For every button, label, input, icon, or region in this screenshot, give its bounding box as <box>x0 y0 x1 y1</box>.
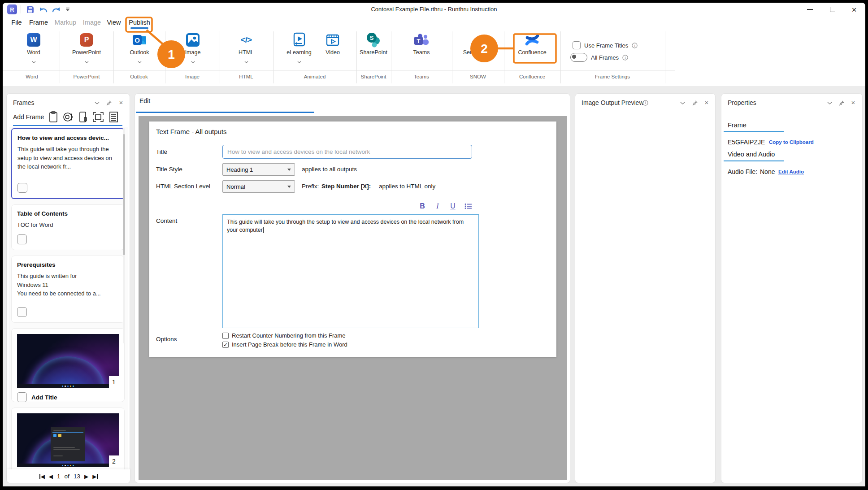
quick-access-more-icon[interactable] <box>62 4 74 15</box>
frame-card-3[interactable]: Prerequisites This guide is written for … <box>11 256 125 323</box>
content-textarea[interactable]: This guide will take you through the set… <box>222 214 479 328</box>
add-clipboard-frame-icon[interactable] <box>48 111 59 125</box>
menu-view[interactable]: View <box>107 19 121 26</box>
use-frame-titles-checkbox[interactable] <box>573 41 581 49</box>
frames-scrollbar-thumb[interactable] <box>123 134 125 255</box>
publish-html-button[interactable]: </> HTML <box>225 31 268 60</box>
frame-card-4[interactable]: 1 Add Title <box>11 328 125 402</box>
italic-button[interactable]: I <box>432 201 443 211</box>
ribbon-group-frame-settings: Frame Settings <box>595 74 630 79</box>
audio-file-label: Audio File: <box>728 168 757 175</box>
prefix-label: Prefix: <box>302 183 319 190</box>
current-page: 1 <box>57 473 61 480</box>
publish-servicenow-button[interactable]: n ServiceNow <box>456 31 499 60</box>
ribbon-group-teams: Teams <box>414 74 429 79</box>
frame-id-value: E5GFAIPZJE <box>728 139 765 146</box>
frame-select-checkbox[interactable] <box>17 183 27 193</box>
video-audio-section-header: Video and Audio <box>728 151 775 158</box>
add-recording-frame-icon[interactable] <box>62 111 74 125</box>
title-input[interactable] <box>222 145 472 159</box>
confluence-icon <box>525 32 540 48</box>
frame-card-1[interactable]: How to view and access devic... This gui… <box>11 128 125 199</box>
chevron-down-icon[interactable] <box>93 100 100 107</box>
frames-panel: Frames × Add Frame How to view and acces… <box>6 93 130 483</box>
word-icon: W <box>27 33 40 47</box>
page-break-checkbox[interactable]: ✓ <box>222 342 229 348</box>
tab-edit[interactable]: Edit <box>139 97 150 104</box>
frame-card-2[interactable]: Table of Contents TOC for Word <box>11 204 125 250</box>
add-capture-frame-icon[interactable] <box>92 111 104 125</box>
publish-confluence-button[interactable]: Confluence <box>511 31 554 60</box>
svg-text:i: i <box>645 101 646 105</box>
chevron-down-icon[interactable] <box>826 100 833 107</box>
publish-word-button[interactable]: W Word <box>12 31 55 60</box>
audio-file-value: None <box>760 168 775 175</box>
ribbon-group-html: HTML <box>239 74 253 79</box>
restore-button[interactable] <box>825 4 840 15</box>
title-style-select[interactable]: Heading 1 <box>222 163 295 176</box>
publish-outlook-button[interactable]: O Outlook <box>118 31 161 60</box>
app-logo-icon[interactable]: R <box>7 4 17 14</box>
title-field-label: Title <box>156 148 167 155</box>
frame-list: How to view and access devic... This gui… <box>9 127 128 469</box>
close-button[interactable]: × <box>846 4 862 15</box>
add-device-frame-icon[interactable] <box>78 111 88 125</box>
chevron-down-icon[interactable] <box>679 100 686 107</box>
menu-publish[interactable]: Publish <box>129 19 150 26</box>
menu-file[interactable]: File <box>11 19 22 26</box>
publish-powerpoint-button[interactable]: P PowerPoint <box>65 31 108 60</box>
page-of-label: of <box>65 473 69 480</box>
copy-to-clipboard-link[interactable]: Copy to Clipboard <box>769 139 814 145</box>
close-icon[interactable]: × <box>117 99 125 106</box>
pin-icon[interactable] <box>838 100 845 107</box>
section-divider <box>724 131 784 132</box>
menu-markup[interactable]: Markup <box>55 19 76 26</box>
menu-image[interactable]: Image <box>83 19 101 26</box>
ribbon-group-outlook: Outlook <box>130 74 148 79</box>
all-frames-toggle[interactable] <box>570 53 587 62</box>
frame-select-checkbox[interactable] <box>17 392 27 402</box>
option-restart-counter: Restart Counter Numbering from this Fram… <box>222 332 346 339</box>
frame-card-5[interactable]: 2 Add Title <box>11 408 125 469</box>
close-icon[interactable]: × <box>703 99 710 106</box>
next-page-icon[interactable]: ▶ <box>84 473 88 480</box>
html-section-level-label: HTML Section Level <box>156 183 210 190</box>
text-frame-form: Text Frame - All outputs Title Title Sty… <box>149 121 556 357</box>
image-output-preview-panel: Image Output Preview i × <box>575 93 716 483</box>
last-page-icon[interactable]: ▶ <box>92 473 98 480</box>
close-icon[interactable]: × <box>850 99 857 106</box>
publish-sharepoint-button[interactable]: S SharePoint <box>352 31 395 60</box>
frame-select-checkbox[interactable] <box>17 307 27 317</box>
first-page-icon[interactable]: ◀ <box>39 473 45 480</box>
pin-icon[interactable] <box>691 100 699 107</box>
option-page-break: ✓ Insert Page Break before this Frame in… <box>222 341 347 348</box>
prefix-note: applies to HTML only <box>379 183 435 190</box>
video-icon <box>326 33 340 47</box>
redo-icon[interactable] <box>50 4 62 15</box>
restart-counter-checkbox[interactable] <box>222 333 229 339</box>
bold-button[interactable]: B <box>417 201 428 211</box>
publish-video-button[interactable]: Video <box>311 31 354 60</box>
frame-number-badge: 2 <box>109 455 119 467</box>
save-icon[interactable] <box>24 4 36 15</box>
menu-frame[interactable]: Frame <box>29 19 48 26</box>
frame-select-checkbox[interactable] <box>17 234 27 244</box>
add-text-frame-icon[interactable] <box>108 111 119 125</box>
publish-image-button[interactable]: Image <box>171 31 214 60</box>
bullet-list-icon[interactable] <box>462 201 474 211</box>
text-caret <box>263 227 264 233</box>
ribbon-group-animated: Animated <box>304 74 326 79</box>
prefix-value: Step Number [X]: <box>321 183 371 190</box>
edit-audio-link[interactable]: Edit Audio <box>778 169 804 174</box>
undo-icon[interactable] <box>38 4 49 15</box>
html-section-level-select[interactable]: Normal <box>222 180 295 193</box>
previous-page-icon[interactable]: ◀ <box>49 473 53 480</box>
minimize-button[interactable] <box>802 4 817 15</box>
pin-icon[interactable] <box>105 100 113 107</box>
chevron-down-icon <box>287 169 291 171</box>
outlook-icon: O <box>132 33 147 47</box>
underline-button[interactable]: U <box>447 201 459 211</box>
info-icon: i <box>642 100 648 106</box>
section-divider <box>724 160 784 161</box>
publish-teams-button[interactable]: T Teams <box>400 31 443 60</box>
